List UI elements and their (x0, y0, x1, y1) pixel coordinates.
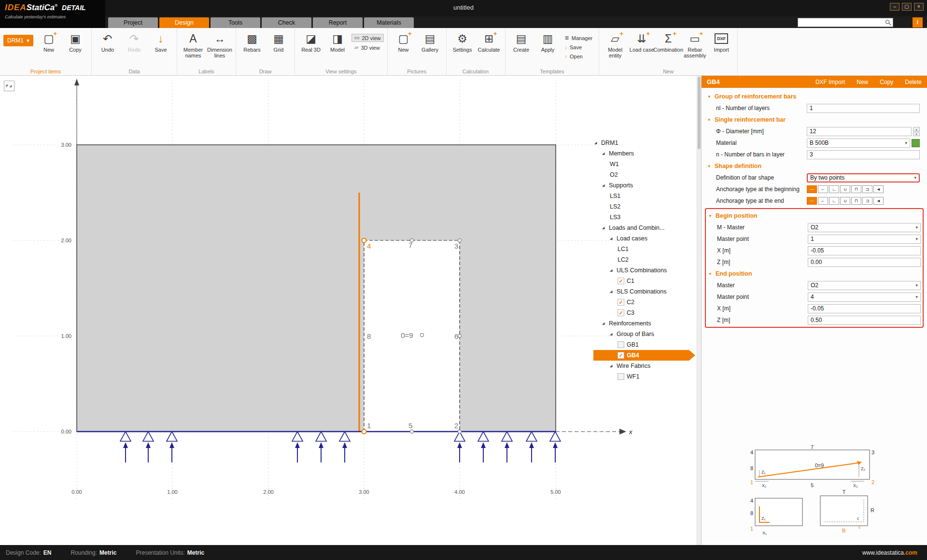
new-panel-button[interactable]: New (857, 79, 868, 85)
section-group-of-bars[interactable]: ▼Group of reinforcement bars (702, 91, 927, 102)
expander-icon[interactable]: ◢ (610, 364, 614, 368)
section-shape-definition[interactable]: ▼Shape definition (702, 160, 927, 172)
edit-material-button[interactable] (912, 139, 920, 147)
copy-project-item-button[interactable]: ▣ Copy (63, 30, 88, 53)
tree-node-uls-combinations[interactable]: ◢ULS Combinations (593, 265, 689, 276)
delete-panel-button[interactable]: Delete (905, 79, 922, 85)
anchorage-plate-icon[interactable]: ◄ (873, 185, 884, 193)
tree-node-wf1[interactable]: WF1 (593, 371, 689, 382)
real-3d-button[interactable]: ◪ Real 3D (298, 30, 323, 53)
expander-icon[interactable]: ◢ (610, 268, 614, 272)
anchorage-plate-icon[interactable]: ◄ (873, 197, 884, 205)
settings-button[interactable]: ⚙ Settings (450, 30, 475, 53)
section-end-position[interactable]: ▼End position (706, 268, 923, 280)
apply-template-button[interactable]: ▥ Apply (535, 30, 561, 53)
tree-node-o2[interactable]: O2 (593, 169, 689, 180)
material-select[interactable]: B 500B▾ (807, 139, 910, 148)
grid-button[interactable]: ▦ Grid (266, 30, 291, 53)
new-picture-button[interactable]: ▢ + New (391, 30, 416, 53)
end-z-input[interactable]: 0.50 (808, 316, 921, 325)
anchorage-loop-icon[interactable]: ∪ (840, 185, 850, 193)
website-link[interactable]: www.ideastatica.com (862, 549, 917, 556)
minimize-button[interactable]: – (890, 3, 899, 11)
search-box[interactable] (798, 18, 893, 27)
model-entity-button[interactable]: ▱ + Model entity (603, 30, 628, 58)
template-save-button[interactable]: ↓ Save (562, 43, 596, 51)
calculate-button[interactable]: ⊞ + Calculate (477, 30, 502, 53)
project-item-select[interactable]: DRM1 ▾ (3, 35, 33, 46)
member-names-button[interactable]: A Member names (181, 30, 206, 58)
diameter-stepper[interactable]: ▴▾ (913, 127, 920, 136)
tree-node-drm1[interactable]: ◢DRM1 (593, 138, 689, 148)
tree-node-reinforcements[interactable]: ◢Reinforcements (593, 318, 689, 329)
tab-report[interactable]: Report (313, 17, 363, 28)
dimension-lines-button[interactable]: ↔ Dimension lines (207, 30, 232, 58)
redo-button[interactable]: ↷ Redo (122, 30, 147, 53)
wall-member[interactable] (77, 145, 556, 432)
structure-drawing[interactable]: x 4 7 3 8 (0, 76, 697, 545)
search-input[interactable] (798, 19, 885, 26)
account-button[interactable]: i (913, 17, 923, 28)
tree-node-group-of-bars[interactable]: ◢Group of Bars (593, 329, 689, 339)
save-button[interactable]: ↓ Save (148, 30, 173, 53)
checkbox-checked[interactable]: ✓ (618, 278, 624, 284)
tab-materials[interactable]: Materials (364, 17, 414, 28)
rebars-button[interactable]: ▩ Rebars (239, 30, 265, 53)
tab-tools[interactable]: Tools (211, 17, 260, 28)
checkbox-checked[interactable]: ✓ (618, 352, 624, 359)
section-begin-position[interactable]: ▼Begin position (706, 210, 923, 222)
begin-master-point-select[interactable]: 1▾ (808, 235, 921, 244)
anchorage-bend-icon[interactable]: ⌐ (818, 185, 828, 193)
new-project-item-button[interactable]: ▢ + New (36, 30, 61, 53)
end-master-point-select[interactable]: 4▾ (808, 293, 921, 302)
canvas-scrollbar[interactable] (697, 76, 701, 545)
dxf-import-panel-button[interactable]: DXF Import (815, 79, 845, 85)
anchorage-loop-icon[interactable]: ∪ (840, 197, 850, 205)
create-template-button[interactable]: ▤ Create (509, 30, 534, 53)
anchorage-hook2-icon[interactable]: ⊐ (862, 185, 872, 193)
anchorage-hook-icon[interactable]: ⊓ (851, 197, 861, 205)
tree-node-ls2[interactable]: LS2 (593, 201, 689, 212)
template-open-button[interactable]: ↑ Open (562, 53, 596, 60)
section-single-bar[interactable]: ▼Single reinforcement bar (702, 114, 927, 126)
copy-panel-button[interactable]: Copy (880, 79, 893, 85)
gallery-button[interactable]: ▤ Gallery (418, 30, 443, 53)
diameter-input[interactable]: 12 (807, 127, 912, 136)
tree-node-c2[interactable]: ✓C2 (593, 297, 689, 308)
tree-node-sls-combinations[interactable]: ◢SLS Combinations (593, 286, 689, 297)
anchorage-straight-icon[interactable]: — (807, 185, 817, 193)
close-button[interactable]: × (914, 3, 924, 11)
template-manager-button[interactable]: ≣ Manager (562, 34, 596, 42)
number-of-layers-input[interactable]: 1 (807, 104, 920, 113)
tree-node-ls3[interactable]: LS3 (593, 212, 689, 223)
anchorage-angle-icon[interactable]: ∟ (829, 197, 839, 205)
end-master-select[interactable]: O2▾ (808, 281, 921, 290)
tree-node-lc2[interactable]: LC2 (593, 254, 689, 265)
load-case-button[interactable]: ⇊ + Load case (629, 30, 654, 53)
undo-button[interactable]: ↶ Undo (95, 30, 120, 53)
scrollbar-thumb[interactable] (698, 77, 701, 149)
anchorage-hook2-icon[interactable]: ⊐ (862, 197, 872, 205)
expander-icon[interactable]: ◢ (602, 226, 606, 230)
checkbox-checked[interactable]: ✓ (618, 299, 624, 306)
tree-node-gb4[interactable]: ✓GB4 (593, 350, 689, 361)
checkbox-checked[interactable]: ✓ (618, 309, 624, 316)
model-view-button[interactable]: ◨ Model (325, 30, 350, 53)
tree-node-ls1[interactable]: LS1 (593, 191, 689, 201)
tab-project[interactable]: Project (108, 17, 158, 28)
tree-node-wire-fabrics[interactable]: ◢Wire Fabrics (593, 361, 689, 371)
begin-master-select[interactable]: O2▾ (808, 223, 921, 232)
begin-x-input[interactable]: -0.05 (808, 246, 921, 255)
combination-button[interactable]: Σ + Combination (656, 30, 681, 53)
tree-node-w1[interactable]: W1 (593, 159, 689, 169)
anchorage-straight-icon[interactable]: — (807, 197, 817, 205)
rebar-assembly-button[interactable]: ▭ + Rebar assembly (682, 30, 707, 58)
tab-design[interactable]: Design (159, 17, 209, 28)
expander-icon[interactable]: ◢ (610, 290, 614, 294)
tree-node-c1[interactable]: ✓C1 (593, 276, 689, 286)
begin-z-input[interactable]: 0.00 (808, 258, 921, 267)
view-3d-button[interactable]: ▱ 3D view (351, 43, 384, 52)
tab-check[interactable]: Check (262, 17, 311, 28)
expander-icon[interactable]: ◢ (610, 332, 614, 336)
tree-node-gb1[interactable]: GB1 (593, 339, 689, 350)
